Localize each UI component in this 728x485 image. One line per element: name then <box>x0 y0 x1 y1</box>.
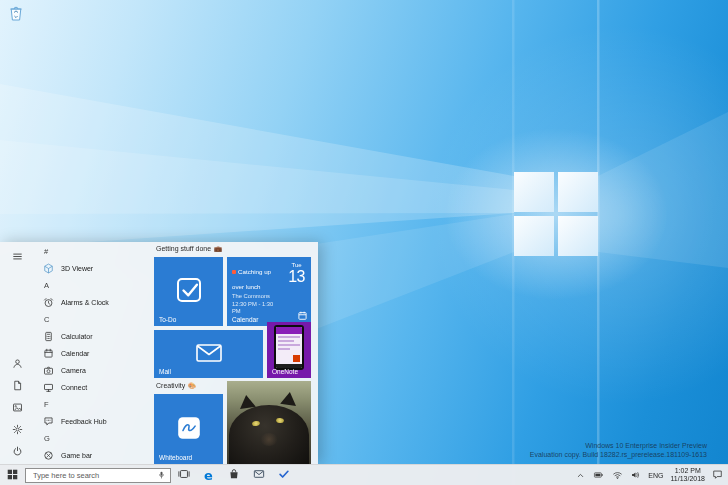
pictures-button[interactable] <box>7 400 27 416</box>
phone-screenshot <box>274 325 304 370</box>
rail-bottom-group <box>7 356 27 460</box>
envelope-icon <box>196 344 222 365</box>
start-menu-rail <box>0 242 34 465</box>
pictures-icon <box>12 401 23 416</box>
desktop: Windows 10 Enterprise Insider Preview Ev… <box>0 0 728 485</box>
app-list-item-feedback-hub[interactable]: Feedback Hub <box>34 413 150 430</box>
tile-mail[interactable]: Mail <box>154 330 263 378</box>
3d-viewer-icon <box>43 263 54 275</box>
power-icon <box>12 445 23 460</box>
app-label: Calculator <box>61 333 93 340</box>
app-list-header-a[interactable]: A <box>34 277 150 294</box>
action-center-button[interactable] <box>712 468 723 483</box>
mail-icon <box>253 468 265 483</box>
calendar-event: Catching up over lunch The Commons 12:30… <box>232 262 282 315</box>
search-input[interactable] <box>26 471 157 480</box>
app-list-item-alarms-clock[interactable]: Alarms & Clock <box>34 294 150 311</box>
connect-icon <box>43 382 54 394</box>
app-list-item-game-bar[interactable]: Game bar <box>34 447 150 464</box>
windows-start-icon <box>7 468 18 483</box>
app-list-item-camera[interactable]: Camera <box>34 362 150 379</box>
app-label: Game bar <box>61 452 92 459</box>
cat-photo-image <box>227 381 311 465</box>
calculator-icon <box>43 331 54 343</box>
app-label: Connect <box>61 384 87 391</box>
app-list-item-calendar[interactable]: Calendar <box>34 345 150 362</box>
settings-gear-icon <box>12 423 23 438</box>
event-title: Catching up over lunch <box>232 268 271 290</box>
clock[interactable]: 1:02 PM 11/13/2018 <box>670 467 705 484</box>
app-list-header-f[interactable]: F <box>34 396 150 413</box>
section-letter: G <box>44 434 50 443</box>
settings-button[interactable] <box>7 422 27 438</box>
language-indicator[interactable]: ENG <box>648 472 663 479</box>
network-button[interactable] <box>612 468 623 483</box>
app-list-item-3d-viewer[interactable]: 3D Viewer <box>34 260 150 277</box>
section-letter: F <box>44 400 49 409</box>
volume-button[interactable] <box>630 468 641 483</box>
hamburger-icon <box>12 250 23 265</box>
app-list: # 3D Viewer A Alarms & Clock C Calculato… <box>34 242 150 465</box>
tile-group-label: Creativity <box>156 382 185 389</box>
app-list-item-calculator[interactable]: Calculator <box>34 328 150 345</box>
section-letter: C <box>44 315 49 324</box>
whiteboard-icon <box>177 416 201 443</box>
network-wifi-icon <box>612 468 623 483</box>
edge-button[interactable]: e <box>196 465 221 485</box>
tile-onenote[interactable]: OneNote <box>267 322 311 378</box>
tile-whiteboard[interactable]: Whiteboard <box>154 394 223 464</box>
tile-label: Mail <box>159 368 171 375</box>
microphone-icon[interactable] <box>157 469 166 481</box>
calendar-glyph-icon <box>298 308 307 323</box>
clock-time: 1:02 PM <box>675 467 701 476</box>
event-location: The Commons <box>232 293 282 300</box>
camera-icon <box>43 365 54 377</box>
tile-group-creativity[interactable]: Creativity 🎨 <box>156 382 196 389</box>
tile-label: Calendar <box>232 316 258 323</box>
store-button[interactable] <box>221 465 246 485</box>
documents-button[interactable] <box>7 378 27 394</box>
search-box[interactable] <box>25 468 171 483</box>
volume-icon <box>630 468 641 483</box>
recycle-bin-icon[interactable] <box>8 4 24 22</box>
user-icon <box>12 357 23 372</box>
app-label: Calendar <box>61 350 89 357</box>
mail-button[interactable] <box>246 465 271 485</box>
tile-calendar[interactable]: Catching up over lunch The Commons 12:30… <box>227 257 311 326</box>
expand-menu-button[interactable] <box>7 249 27 265</box>
tile-group-getting-stuff-done[interactable]: Getting stuff done 💼 <box>156 245 222 252</box>
todo-button[interactable] <box>271 465 296 485</box>
power-button[interactable] <box>7 444 27 460</box>
user-account-button[interactable] <box>7 356 27 372</box>
edge-icon: e <box>204 469 213 482</box>
tile-todo[interactable]: To-Do <box>154 257 223 326</box>
tile-panel: Getting stuff done 💼 To-Do Catching up o… <box>150 242 318 465</box>
todo-check-icon <box>278 468 290 483</box>
app-list-header-g[interactable]: G <box>34 430 150 447</box>
battery-button[interactable] <box>592 468 605 483</box>
event-time: 12:30 PM - 1:30 PM <box>232 301 282 315</box>
hidden-icons-button[interactable] <box>576 468 585 483</box>
tile-label: Whiteboard <box>159 454 192 461</box>
action-center-icon <box>712 468 723 483</box>
taskbar: e <box>0 464 728 485</box>
event-marker-icon <box>232 270 236 274</box>
calendar-date-block: Tue 13 <box>288 262 305 285</box>
event-title-row: Catching up over lunch <box>232 268 271 290</box>
documents-icon <box>12 379 23 394</box>
todo-check-icon <box>174 275 204 308</box>
notification-badge <box>293 355 300 362</box>
app-list-item-connect[interactable]: Connect <box>34 379 150 396</box>
task-view-button[interactable] <box>171 465 196 485</box>
app-label: Alarms & Clock <box>61 299 109 306</box>
calendar-icon <box>43 348 54 360</box>
tile-photos[interactable] <box>227 381 311 465</box>
start-button[interactable] <box>0 465 25 485</box>
battery-icon <box>592 468 605 483</box>
day-number: 13 <box>288 269 305 285</box>
system-tray: ENG 1:02 PM 11/13/2018 <box>576 467 728 484</box>
cat-ear <box>280 391 298 406</box>
app-list-header-hash[interactable]: # <box>34 243 150 260</box>
app-list-header-c[interactable]: C <box>34 311 150 328</box>
watermark: Windows 10 Enterprise Insider Preview Ev… <box>530 441 707 459</box>
